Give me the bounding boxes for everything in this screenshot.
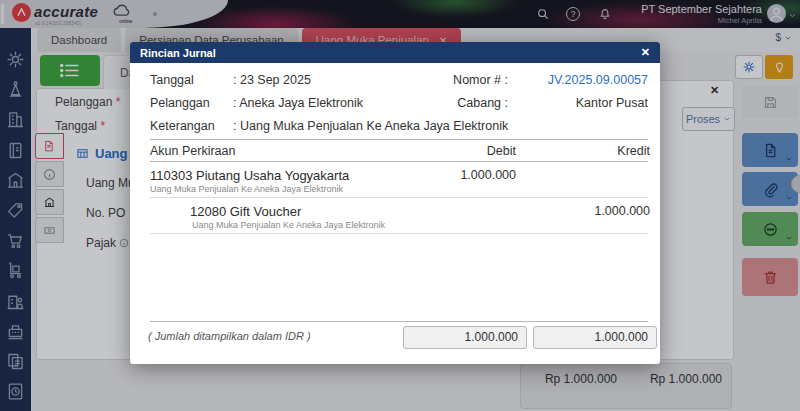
column-header-account: Akun Perkiraan bbox=[150, 144, 235, 158]
modal-close-icon[interactable]: ✕ bbox=[641, 46, 650, 59]
divider bbox=[150, 139, 648, 140]
keterangan-field-label: Keterangan bbox=[150, 119, 215, 133]
nomor-field-label: Nomor # : bbox=[453, 73, 508, 87]
divider bbox=[150, 321, 648, 322]
modal-title-bar: Rincian Jurnal ✕ bbox=[130, 42, 660, 63]
rincian-jurnal-modal: Rincian Jurnal ✕ Tanggal : 23 Sep 2025 N… bbox=[130, 42, 660, 364]
journal-row-memo: Uang Muka Penjualan Ke Aneka Jaya Elektr… bbox=[150, 184, 343, 194]
total-debit-box: 1.000.000 bbox=[403, 326, 527, 349]
divider bbox=[150, 161, 648, 162]
cabang-field-label: Cabang : bbox=[457, 96, 508, 110]
cabang-field-value: Kantor Pusat bbox=[576, 96, 648, 110]
pelanggan-field-value: : Aneka Jaya Elektronik bbox=[233, 96, 363, 110]
tanggal-field-value: : 23 Sep 2025 bbox=[233, 73, 311, 87]
tanggal-field-label: Tanggal bbox=[150, 73, 194, 87]
divider bbox=[150, 233, 648, 234]
journal-row-account: 12080 Gift Voucher bbox=[190, 204, 301, 219]
currency-note: ( Jumlah ditampilkan dalam IDR ) bbox=[148, 330, 311, 342]
column-header-kredit: Kredit bbox=[617, 144, 650, 158]
pelanggan-field-label: Pelanggan bbox=[150, 96, 210, 110]
column-header-debit: Debit bbox=[487, 144, 516, 158]
total-kredit-box: 1.000.000 bbox=[533, 326, 657, 349]
journal-row-memo: Uang Muka Penjualan Ke Aneka Jaya Elektr… bbox=[192, 220, 385, 230]
keterangan-field-value: : Uang Muka Penjualan Ke Aneka Jaya Elek… bbox=[233, 119, 508, 133]
nomor-field-value-link[interactable]: JV.2025.09.00057 bbox=[548, 73, 648, 87]
divider bbox=[150, 197, 648, 198]
journal-row-account: 110303 Piutang Usaha Yogyakarta bbox=[150, 168, 349, 183]
journal-row-kredit: 1.000.000 bbox=[594, 204, 650, 218]
journal-row-debit: 1.000.000 bbox=[460, 168, 516, 182]
app-screen: accurate v1.0.14(200.208542) online ? PT… bbox=[0, 0, 800, 411]
modal-title: Rincian Jurnal bbox=[140, 47, 216, 59]
